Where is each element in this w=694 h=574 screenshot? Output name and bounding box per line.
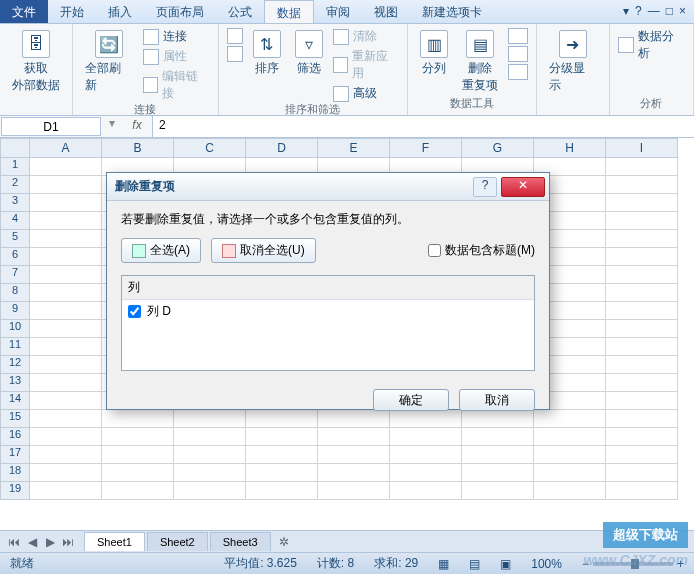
tab-formula[interactable]: 公式 — [216, 0, 264, 23]
has-header-checkbox-wrap[interactable]: 数据包含标题(M) — [428, 242, 535, 259]
row-header[interactable]: 10 — [0, 320, 30, 338]
tab-layout[interactable]: 页面布局 — [144, 0, 216, 23]
column-checkbox[interactable] — [128, 305, 141, 318]
columns-listbox[interactable]: 列 列 D — [121, 275, 535, 371]
row-header[interactable]: 19 — [0, 482, 30, 500]
cell[interactable] — [534, 446, 606, 464]
cell[interactable] — [606, 284, 678, 302]
cell[interactable] — [30, 176, 102, 194]
col-header[interactable]: C — [174, 138, 246, 158]
reapply-button[interactable]: 重新应用 — [333, 48, 399, 82]
advanced-button[interactable]: 高级 — [333, 85, 399, 102]
row-header[interactable]: 9 — [0, 302, 30, 320]
cell[interactable] — [30, 266, 102, 284]
cell[interactable] — [30, 482, 102, 500]
cell[interactable] — [102, 446, 174, 464]
cell[interactable] — [606, 356, 678, 374]
select-all-button[interactable]: 全选(A) — [121, 238, 201, 263]
cell[interactable] — [390, 428, 462, 446]
sheet-tab-1[interactable]: Sheet1 — [84, 532, 145, 551]
tab-view[interactable]: 视图 — [362, 0, 410, 23]
row-header[interactable]: 12 — [0, 356, 30, 374]
whatif-icon[interactable] — [508, 64, 528, 80]
cell[interactable] — [102, 482, 174, 500]
cell[interactable] — [30, 356, 102, 374]
row-header[interactable]: 8 — [0, 284, 30, 302]
col-header[interactable]: G — [462, 138, 534, 158]
tab-nav-next[interactable]: ▶ — [42, 535, 58, 549]
cell[interactable] — [30, 410, 102, 428]
cell[interactable] — [534, 482, 606, 500]
tab-review[interactable]: 审阅 — [314, 0, 362, 23]
cell[interactable] — [606, 374, 678, 392]
cell[interactable] — [246, 482, 318, 500]
data-analysis-button[interactable]: 数据分析 — [618, 28, 685, 62]
row-header[interactable]: 17 — [0, 446, 30, 464]
tab-nav-first[interactable]: ⏮ — [6, 535, 22, 549]
col-header[interactable]: F — [390, 138, 462, 158]
validation-icon[interactable] — [508, 28, 528, 44]
cell[interactable] — [174, 428, 246, 446]
cell[interactable] — [30, 392, 102, 410]
remove-duplicates-button[interactable]: ▤删除 重复项 — [458, 28, 502, 96]
cell[interactable] — [606, 464, 678, 482]
cell[interactable] — [318, 464, 390, 482]
text-to-columns-button[interactable]: ▥分列 — [416, 28, 452, 79]
cell[interactable] — [462, 464, 534, 482]
ribbon-min-icon[interactable]: ▾ — [623, 4, 629, 19]
cell[interactable] — [390, 464, 462, 482]
fx-icon[interactable]: fx — [122, 116, 152, 137]
col-header[interactable]: H — [534, 138, 606, 158]
cell[interactable] — [30, 428, 102, 446]
cell[interactable] — [534, 464, 606, 482]
tab-nav-prev[interactable]: ◀ — [24, 535, 40, 549]
cell[interactable] — [30, 374, 102, 392]
cell[interactable] — [30, 302, 102, 320]
dialog-close-button[interactable]: ✕ — [501, 177, 545, 197]
select-all-corner[interactable] — [0, 138, 30, 158]
formula-input[interactable]: 2 — [152, 116, 694, 137]
maximize-icon[interactable]: □ — [666, 4, 673, 19]
cell[interactable] — [318, 446, 390, 464]
cell[interactable] — [606, 338, 678, 356]
unselect-all-button[interactable]: 取消全选(U) — [211, 238, 316, 263]
cell[interactable] — [390, 446, 462, 464]
cell[interactable] — [606, 428, 678, 446]
row-header[interactable]: 13 — [0, 374, 30, 392]
zoom-level[interactable]: 100% — [531, 557, 562, 571]
cell[interactable] — [174, 464, 246, 482]
row-header[interactable]: 16 — [0, 428, 30, 446]
cell[interactable] — [606, 194, 678, 212]
cell[interactable] — [30, 464, 102, 482]
sheet-tab-3[interactable]: Sheet3 — [210, 532, 271, 551]
cell[interactable] — [606, 158, 678, 176]
has-header-checkbox[interactable] — [428, 244, 441, 257]
cancel-button[interactable]: 取消 — [459, 389, 535, 411]
cell[interactable] — [30, 248, 102, 266]
col-header[interactable]: A — [30, 138, 102, 158]
cell[interactable] — [318, 428, 390, 446]
row-header[interactable]: 5 — [0, 230, 30, 248]
sheet-tab-2[interactable]: Sheet2 — [147, 532, 208, 551]
filter-button[interactable]: ▿筛选 — [291, 28, 327, 79]
row-header[interactable]: 1 — [0, 158, 30, 176]
cell[interactable] — [30, 158, 102, 176]
row-header[interactable]: 6 — [0, 248, 30, 266]
row-header[interactable]: 18 — [0, 464, 30, 482]
cell[interactable] — [246, 446, 318, 464]
cell[interactable] — [606, 446, 678, 464]
cell[interactable] — [30, 194, 102, 212]
cell[interactable] — [174, 446, 246, 464]
edit-links-button[interactable]: 编辑链接 — [143, 68, 210, 102]
cell[interactable] — [606, 176, 678, 194]
cell[interactable] — [606, 320, 678, 338]
cell[interactable] — [534, 428, 606, 446]
cell[interactable] — [606, 410, 678, 428]
clear-button[interactable]: 清除 — [333, 28, 399, 45]
list-item[interactable]: 列 D — [122, 300, 534, 323]
row-header[interactable]: 7 — [0, 266, 30, 284]
cell[interactable] — [246, 428, 318, 446]
row-header[interactable]: 15 — [0, 410, 30, 428]
close-icon[interactable]: × — [679, 4, 686, 19]
cell[interactable] — [606, 392, 678, 410]
